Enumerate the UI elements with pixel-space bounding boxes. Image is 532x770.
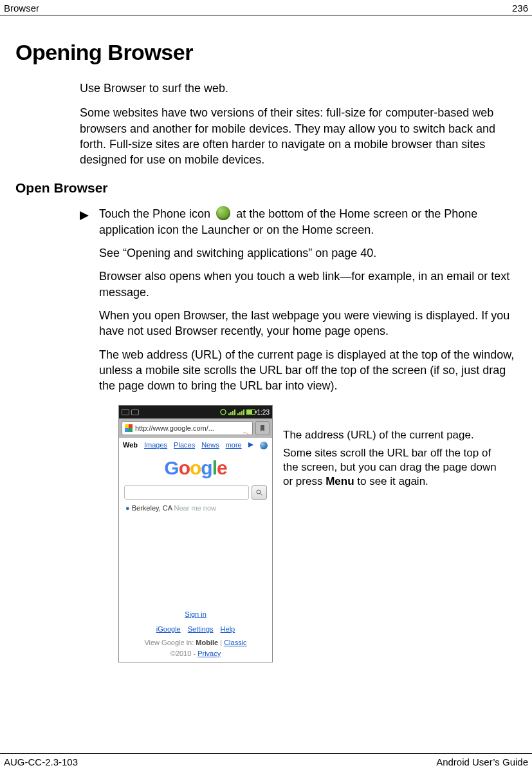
svg-point-1 — [221, 409, 226, 415]
section-heading: Open Browser — [15, 180, 517, 196]
url-bar[interactable]: http://www.google.com/... — [122, 421, 253, 435]
header-section: Browser — [4, 3, 39, 14]
tab-more[interactable]: more — [226, 440, 242, 450]
svg-point-3 — [257, 490, 261, 494]
status-signal-icon — [228, 409, 235, 415]
sign-in-link[interactable]: Sign in — [119, 610, 272, 619]
phone-globe-icon — [216, 206, 230, 220]
svg-line-4 — [261, 493, 262, 495]
page-title: Opening Browser — [15, 40, 517, 65]
status-app-icon — [131, 409, 139, 415]
svg-marker-2 — [248, 442, 253, 447]
bookmark-button[interactable] — [255, 421, 270, 435]
globe-icon — [260, 442, 268, 449]
status-sync-icon — [220, 409, 226, 415]
search-button[interactable] — [252, 485, 267, 500]
intro-p2: Some websites have two versions of their… — [80, 105, 517, 167]
step-p5: The web address (URL) of the current pag… — [99, 347, 517, 394]
status-bar: 1:23 — [119, 406, 272, 418]
header-page-number: 236 — [512, 3, 528, 14]
status-battery-icon — [246, 409, 255, 415]
google-tabs: Web Images Places News more — [119, 438, 272, 451]
search-input[interactable] — [124, 485, 249, 500]
page-footer: AUG-CC-2.3-103 Android User’s Guide — [0, 753, 532, 770]
intro-p1: Use Browser to surf the web. — [80, 80, 517, 96]
status-time: 1:23 — [257, 408, 270, 417]
step-1: Touch the Phone icon at the bottom of th… — [99, 206, 517, 238]
footer-guide-name: Android User’s Guide — [436, 756, 528, 767]
tab-images[interactable]: Images — [144, 440, 167, 450]
step-p4: When you open Browser, the last webpage … — [99, 308, 517, 339]
favicon-icon — [125, 424, 133, 432]
svg-marker-0 — [80, 211, 89, 220]
tab-news[interactable]: News — [201, 440, 219, 450]
callout-line2: Some sites scroll the URL bar off the to… — [283, 446, 502, 488]
tab-web[interactable]: Web — [123, 440, 138, 450]
privacy-link[interactable]: Privacy — [197, 650, 221, 657]
step-p2: See “Opening and switching applications”… — [99, 245, 517, 261]
google-footer-links: Sign in iGoogle Settings Help View Googl… — [119, 610, 272, 662]
phone-screenshot: 1:23 http://www.google.com/... — [118, 405, 273, 662]
footer-doc-id: AUG-CC-2.3-103 — [4, 756, 78, 767]
settings-link[interactable]: Settings — [188, 625, 214, 633]
location-row: ● Berkeley, CA Near me now — [119, 500, 272, 513]
tab-places[interactable]: Places — [174, 440, 195, 450]
status-network-icon — [237, 409, 244, 415]
step-p3: Browser also opens when you touch a web … — [99, 268, 517, 300]
url-text: http://www.google.com/... — [135, 424, 214, 433]
callout-line1: The address (URL) of the current page. — [283, 428, 502, 442]
step-bullet-icon — [80, 209, 99, 224]
more-chevron-icon — [248, 440, 253, 450]
classic-link[interactable]: Classic — [224, 639, 246, 646]
help-link[interactable]: Help — [221, 625, 235, 633]
google-logo: Google — [119, 455, 272, 482]
page-header: Browser 236 — [0, 0, 532, 15]
igoogle-link[interactable]: iGoogle — [156, 625, 181, 633]
status-mail-icon — [122, 409, 129, 415]
